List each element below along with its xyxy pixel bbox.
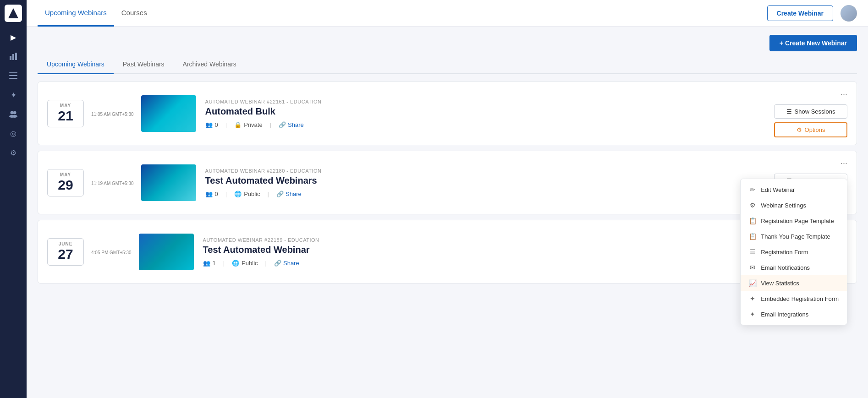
sidebar-icon-analytics[interactable] <box>5 48 22 65</box>
divider-3: | <box>225 191 227 197</box>
edit-icon: ✏ <box>749 186 756 193</box>
options-label-1: Options <box>805 126 825 133</box>
webinar-title-3: Test Automated Webinar <box>203 245 765 255</box>
dropdown-embedded-registration-form[interactable]: ✦ Embedded Registration Form <box>741 291 847 306</box>
email-notifications-label: Email Notifications <box>761 264 810 271</box>
lock-icon-1: 🔒 <box>234 121 242 128</box>
sidebar-icon-play[interactable]: ▶ <box>5 28 22 46</box>
webinar-info-3: AUTOMATED WEBINAR #22189 - EDUCATION Tes… <box>203 237 765 267</box>
dropdown-email-integrations[interactable]: ✦ Email Integrations <box>741 306 847 322</box>
dropdown-edit-webinar[interactable]: ✏ Edit Webinar <box>741 182 847 197</box>
attendees-icon-3: 👥 <box>203 260 210 267</box>
attendee-count-3: 👥 1 <box>203 260 216 267</box>
tab-past-webinars[interactable]: Past Webinars <box>114 55 174 74</box>
tab-upcoming-webinars[interactable]: Upcoming Webinars <box>38 55 114 74</box>
webinar-title-2: Test Automated Webinars <box>205 175 765 186</box>
content-area: + Create New Webinar Upcoming Webinars P… <box>27 27 868 398</box>
webinar-series-2: AUTOMATED WEBINAR #22180 - EDUCATION <box>205 168 765 174</box>
logo-icon <box>8 8 18 18</box>
sidebar-icon-settings-circle[interactable]: ◎ <box>5 125 22 142</box>
tab-courses[interactable]: Courses <box>114 0 154 27</box>
privacy-1: 🔒 Private <box>234 121 262 128</box>
webinar-card-3: JUNE 27 4:05 PM GMT+5:30 AUTOMATED WEBIN… <box>38 220 857 284</box>
email-icon: ✉ <box>749 264 756 271</box>
edit-webinar-label: Edit Webinar <box>761 186 795 193</box>
date-time-2: 11:19 AM GMT+5:30 <box>91 181 134 186</box>
thank-you-page-label: Thank You Page Template <box>761 233 830 240</box>
svg-rect-4 <box>9 75 17 76</box>
webinar-meta-2: 👥 0 | 🌐 Public | 🔗 Share <box>205 191 765 197</box>
webinar-meta-3: 👥 1 | 🌐 Public | 🔗 Share <box>203 260 765 267</box>
divider-1: | <box>225 121 227 128</box>
dropdown-registration-page-template[interactable]: 📋 Registration Page Template <box>741 213 847 229</box>
sidebar-icon-list[interactable] <box>5 67 22 84</box>
date-block-1: MAY 21 <box>47 100 84 127</box>
share-label-1: Share <box>288 121 304 128</box>
registration-form-label: Registration Form <box>761 249 808 256</box>
divider-6: | <box>265 260 267 267</box>
webinar-info-1: AUTOMATED WEBINAR #22161 - EDUCATION Aut… <box>205 99 765 128</box>
date-time-3: 4:05 PM GMT+5:30 <box>91 250 132 255</box>
integrations-icon: ✦ <box>749 311 756 318</box>
date-day-2: 29 <box>51 177 80 192</box>
share-icon-1: 🔗 <box>279 121 286 128</box>
globe-icon-3: 🌐 <box>232 260 239 267</box>
options-icon-1: ⚙ <box>797 126 802 133</box>
webinar-card-2: MAY 29 11:19 AM GMT+5:30 AUTOMATED WEBIN… <box>38 151 857 214</box>
share-link-3[interactable]: 🔗 Share <box>274 260 299 267</box>
date-day-1: 21 <box>51 108 80 123</box>
svg-rect-3 <box>9 72 17 73</box>
create-webinar-button[interactable]: Create Webinar <box>767 5 833 21</box>
attendees-icon-2: 👥 <box>205 191 213 197</box>
sidebar-icon-puzzle[interactable]: ✦ <box>5 86 22 104</box>
dropdown-webinar-settings[interactable]: ⚙ Webinar Settings <box>741 197 847 213</box>
sidebar-icon-gear[interactable]: ⚙ <box>5 144 22 161</box>
webinar-thumbnail-3 <box>139 234 194 270</box>
webinar-card-1: MAY 21 11:05 AM GMT+5:30 AUTOMATED WEBIN… <box>38 82 857 145</box>
more-options-dots-1[interactable]: ··· <box>841 89 847 99</box>
dropdown-view-statistics[interactable]: 📈 View Statistics <box>741 275 847 291</box>
date-time-1: 11:05 AM GMT+5:30 <box>91 112 134 117</box>
share-link-1[interactable]: 🔗 Share <box>279 121 304 128</box>
divider-5: | <box>223 260 225 267</box>
webinar-meta-1: 👥 0 | 🔒 Private | 🔗 Share <box>205 121 765 128</box>
webinar-settings-label: Webinar Settings <box>761 202 806 209</box>
privacy-label-2: Public <box>244 191 260 197</box>
options-button-1[interactable]: ⚙ Options <box>774 122 847 137</box>
sidebar-icon-people[interactable] <box>5 105 22 123</box>
dropdown-thank-you-page-template[interactable]: 📋 Thank You Page Template <box>741 229 847 244</box>
svg-rect-2 <box>15 53 17 60</box>
create-bar: + Create New Webinar <box>38 27 857 55</box>
share-label-2: Share <box>286 191 302 197</box>
sidebar: ▶ ✦ ◎ ⚙ <box>0 0 27 398</box>
date-month-3: JUNE <box>51 241 80 246</box>
privacy-label-1: Private <box>244 121 262 128</box>
avatar[interactable] <box>841 5 857 22</box>
share-icon-2: 🔗 <box>276 191 284 197</box>
date-month-2: MAY <box>51 172 80 177</box>
webinar-title-1: Automated Bulk <box>205 106 765 117</box>
show-sessions-button-1[interactable]: ☰ Show Sessions <box>774 104 847 119</box>
create-new-webinar-button[interactable]: + Create New Webinar <box>769 35 857 51</box>
avatar-image <box>841 5 857 22</box>
attendees-value-1: 0 <box>215 121 218 128</box>
top-navigation: Upcoming Webinars Courses Create Webinar <box>27 0 868 27</box>
divider-2: | <box>270 121 271 128</box>
divider-4: | <box>268 191 269 197</box>
attendee-count-2: 👥 0 <box>205 191 218 197</box>
tab-archived-webinars[interactable]: Archived Webinars <box>174 55 246 74</box>
share-link-2[interactable]: 🔗 Share <box>276 191 302 197</box>
thank-you-icon: 📋 <box>749 233 756 240</box>
share-icon-3: 🔗 <box>274 260 281 267</box>
date-month-1: MAY <box>51 103 80 108</box>
more-options-dots-2[interactable]: ··· <box>841 158 847 168</box>
dropdown-email-notifications[interactable]: ✉ Email Notifications <box>741 260 847 275</box>
form-icon: ☰ <box>749 248 756 256</box>
dropdown-registration-form[interactable]: ☰ Registration Form <box>741 244 847 260</box>
embed-icon: ✦ <box>749 295 756 302</box>
tab-webinars[interactable]: Upcoming Webinars <box>38 0 114 27</box>
attendees-value-3: 1 <box>213 260 216 267</box>
embedded-form-label: Embedded Registration Form <box>761 295 839 302</box>
svg-point-6 <box>11 111 14 114</box>
settings-icon: ⚙ <box>749 202 756 209</box>
